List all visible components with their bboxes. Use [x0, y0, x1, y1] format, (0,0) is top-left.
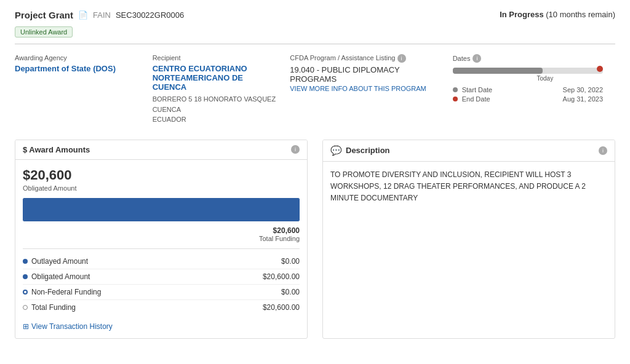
total-row-dot: [23, 305, 28, 310]
recipient-col: Recipient CENTRO ECUATORIANO NORTEAMERIC…: [153, 54, 290, 125]
document-icon: 📄: [78, 10, 88, 20]
funding-row-obligated: Obligated Amount $20,600.00: [23, 269, 300, 285]
description-section: 💬 Description i TO PROMOTE DIVERSITY AND…: [322, 140, 615, 339]
obligated-row-label: Obligated Amount: [23, 272, 90, 281]
end-date-value: Aug 31, 2023: [563, 95, 603, 103]
obligated-row-amount: $20,600.00: [263, 272, 300, 281]
recipient-label: Recipient: [153, 54, 278, 61]
status-text: In Progress: [500, 10, 544, 19]
recipient-name-line2: NORTEAMERICANO DE CUENCA: [153, 73, 243, 92]
funding-row-total: Total Funding $20,600.00: [23, 300, 300, 315]
start-date-label: Start Date: [453, 86, 493, 93]
cfda-number: 19.040 - PUBLIC DIPLOMACY PROGRAMS: [290, 65, 440, 84]
today-label: Today: [536, 75, 553, 82]
cfda-info-icon[interactable]: i: [397, 54, 406, 63]
view-history-text: View Transaction History: [31, 322, 113, 331]
recipient-address-line1: BORRERO 5 18 HONORATO VASQUEZ: [153, 94, 278, 105]
awarding-agency-label: Awarding Agency: [15, 54, 140, 61]
outlayed-amount: $0.00: [281, 257, 300, 266]
award-section-title: $ Award Amounts: [23, 145, 90, 154]
award-section-header: $ Award Amounts i: [15, 140, 307, 160]
funding-breakdown: Outlayed Amount $0.00 Obligated Amount $…: [23, 248, 300, 315]
header-divider: [15, 44, 615, 44]
cfda-label: CFDA Program / Assistance Listing i: [290, 54, 440, 63]
total-row-label: Total Funding: [23, 303, 76, 312]
desc-info-icon[interactable]: i: [599, 146, 607, 155]
status-badge: In Progress (10 months remain): [500, 10, 615, 19]
award-bar-wrapper: [23, 198, 300, 221]
cfda-more-info-link[interactable]: VIEW MORE INFO ABOUT THIS PROGRAM: [290, 85, 440, 92]
total-funding-label: Total Funding: [23, 235, 300, 242]
view-history-container: ⊞ View Transaction History: [23, 322, 300, 331]
award-bar-fill: [23, 199, 299, 221]
unlinked-award-badge: Unlinked Award: [15, 26, 73, 38]
end-dot: [453, 97, 458, 101]
funding-row-outlayed: Outlayed Amount $0.00: [23, 254, 300, 269]
fain-label: FAIN: [93, 10, 111, 20]
obligated-row-dot: [23, 274, 28, 279]
view-transaction-history-link[interactable]: ⊞ View Transaction History: [23, 322, 300, 331]
chat-icon: 💬: [330, 145, 342, 156]
page-type: Project Grant: [15, 10, 73, 20]
funding-row-nonfederal: Non-Federal Funding $0.00: [23, 285, 300, 300]
start-date-row: Start Date Sep 30, 2022: [453, 86, 603, 93]
awarding-agency-link[interactable]: Department of State (DOS): [15, 64, 116, 73]
recipient-address-line3: ECUADOR: [153, 114, 278, 125]
recipient-address: BORRERO 5 18 HONORATO VASQUEZ CUENCA ECU…: [153, 94, 278, 125]
recipient-name-link[interactable]: CENTRO ECUATORIANO NORTEAMERICANO DE CUE…: [153, 64, 247, 92]
description-text: TO PROMOTE DIVERSITY AND INCLUSION, RECI…: [323, 162, 615, 212]
start-dot: [453, 87, 458, 92]
obligated-amount-label: Obligated Amount: [23, 184, 300, 192]
recipient-address-line2: CUENCA: [153, 105, 278, 115]
grid-icon: ⊞: [23, 322, 29, 331]
date-bar-fill: [453, 68, 543, 74]
desc-section-header: 💬 Description i: [323, 140, 615, 162]
obligated-amount-value: $20,600: [23, 167, 300, 183]
status-detail: (10 months remain): [546, 10, 615, 19]
cfda-col: CFDA Program / Assistance Listing i 19.0…: [290, 54, 452, 125]
start-date-value: Sep 30, 2022: [563, 86, 603, 93]
total-funding-amount: $20,600: [23, 226, 300, 235]
desc-section-title: 💬 Description: [330, 145, 390, 156]
date-rows: Start Date Sep 30, 2022 End Date Aug 31,…: [453, 86, 603, 103]
dates-col: Dates i Today Start Date Sep 30, 2022: [453, 54, 615, 125]
dates-label: Dates i: [453, 54, 603, 63]
total-funding-row: $20,600 Total Funding: [23, 226, 300, 242]
nonfederal-dot: [23, 290, 28, 295]
date-bar: Today: [453, 68, 603, 74]
nonfederal-amount: $0.00: [281, 288, 300, 296]
end-date-row: End Date Aug 31, 2023: [453, 95, 603, 103]
date-bar-end-dot: [597, 66, 603, 72]
outlayed-dot: [23, 259, 28, 264]
dates-info-icon[interactable]: i: [472, 54, 481, 63]
nonfederal-label: Non-Federal Funding: [23, 288, 101, 296]
recipient-name-line1: CENTRO ECUATORIANO: [153, 64, 247, 73]
award-amounts-section: $ Award Amounts i $20,600 Obligated Amou…: [15, 140, 308, 339]
outlayed-label: Outlayed Amount: [23, 257, 88, 266]
awarding-agency-col: Awarding Agency Department of State (DOS…: [15, 54, 153, 125]
end-date-label: End Date: [453, 95, 490, 103]
total-row-amount: $20,600.00: [263, 303, 300, 312]
fain-value: SEC30022GR0006: [116, 10, 184, 20]
award-section-content: $20,600 Obligated Amount $20,600 Total F…: [15, 160, 307, 338]
award-info-icon[interactable]: i: [291, 145, 300, 154]
